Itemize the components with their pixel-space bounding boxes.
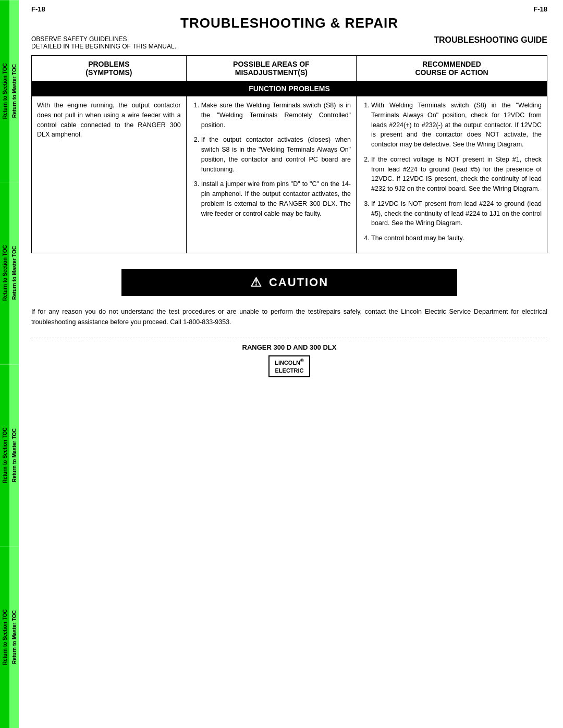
possible-cell: Make sure the Welding Terminals switch (… <box>186 96 356 253</box>
col-header-problems: PROBLEMS(SYMPTOMS) <box>32 56 187 81</box>
possible-item-2: If the output contactor activates (close… <box>201 135 351 174</box>
possible-item-1: Make sure the Welding Terminals switch (… <box>201 101 351 130</box>
side-tab-master-toc-3[interactable]: Return to Master TOC <box>9 364 19 546</box>
side-tab-master-toc-2[interactable]: Return to Master TOC <box>9 182 19 364</box>
safety-text: OBSERVE SAFETY GUIDELINES DETAILED IN TH… <box>31 35 176 50</box>
side-tab-section-toc-2[interactable]: Return to Section TOC <box>0 182 9 364</box>
lincoln-logo: LINCOLN® ELECTRIC <box>268 355 310 377</box>
function-problems-label: FUNCTION PROBLEMS <box>32 81 547 96</box>
logo-line1: LINCOLN® <box>275 360 304 366</box>
side-tab-master-toc-4[interactable]: Return to Master TOC <box>9 546 19 728</box>
side-tab-master-toc-1[interactable]: Return to Master TOC <box>9 0 19 182</box>
recommended-list: With Welding Terminals switch (S8) in th… <box>362 101 542 243</box>
footer-divider <box>31 338 547 338</box>
logo-line2: ELECTRIC <box>275 367 303 374</box>
recommended-item-2: If the correct voltage is NOT present in… <box>371 155 542 194</box>
footer: RANGER 300 D AND 300 DLX LINCOLN® ELECTR… <box>31 343 547 377</box>
sub-header: OBSERVE SAFETY GUIDELINES DETAILED IN TH… <box>31 35 547 50</box>
caution-text: If for any reason you do not understand … <box>31 306 547 327</box>
possible-item-3: Install a jumper wire from pins "D" to "… <box>201 179 351 218</box>
recommended-item-1: With Welding Terminals switch (S8) in th… <box>371 101 542 150</box>
problems-cell: With the engine running, the output cont… <box>32 96 187 253</box>
problems-text: With the engine running, the output cont… <box>37 101 181 140</box>
page-header: F-18 F-18 <box>31 5 547 13</box>
side-tab-section-toc-4[interactable]: Return to Section TOC <box>0 546 9 728</box>
footer-model: RANGER 300 D AND 300 DLX <box>31 343 547 351</box>
safety-line2: DETAILED IN THE BEGINNING OF THIS MANUAL… <box>31 43 176 50</box>
function-problems-row: FUNCTION PROBLEMS <box>32 81 547 96</box>
col-header-recommended: RECOMMENDEDCOURSE OF ACTION <box>357 56 547 81</box>
side-tabs: Return to Section TOC Return to Master T… <box>0 0 19 728</box>
trouble-table: PROBLEMS(SYMPTOMS) POSSIBLE AREAS OFMISA… <box>31 55 547 253</box>
caution-label: CAUTION <box>269 276 328 289</box>
recommended-item-3: If 12VDC is NOT present from lead #224 t… <box>371 199 542 228</box>
side-tab-section-toc-1[interactable]: Return to Section TOC <box>0 0 9 182</box>
page-title: TROUBLESHOOTING & REPAIR <box>31 15 547 31</box>
logo-reg: ® <box>300 359 304 364</box>
guide-title: TROUBLESHOOTING GUIDE <box>434 35 547 45</box>
content-row: With the engine running, the output cont… <box>32 96 547 253</box>
safety-line1: OBSERVE SAFETY GUIDELINES <box>31 35 176 43</box>
page-num-left: F-18 <box>31 5 45 13</box>
col-header-possible: POSSIBLE AREAS OFMISADJUSTMENT(S) <box>186 56 356 81</box>
caution-icon: ⚠ <box>250 275 263 290</box>
side-tab-section-toc-3[interactable]: Return to Section TOC <box>0 364 9 546</box>
caution-box: ⚠ CAUTION <box>121 269 457 296</box>
page-num-right: F-18 <box>533 5 547 13</box>
recommended-item-4: The control board may be faulty. <box>371 233 542 243</box>
recommended-cell: With Welding Terminals switch (S8) in th… <box>357 96 547 253</box>
caution-section: ⚠ CAUTION <box>121 269 457 296</box>
possible-list: Make sure the Welding Terminals switch (… <box>192 101 351 218</box>
